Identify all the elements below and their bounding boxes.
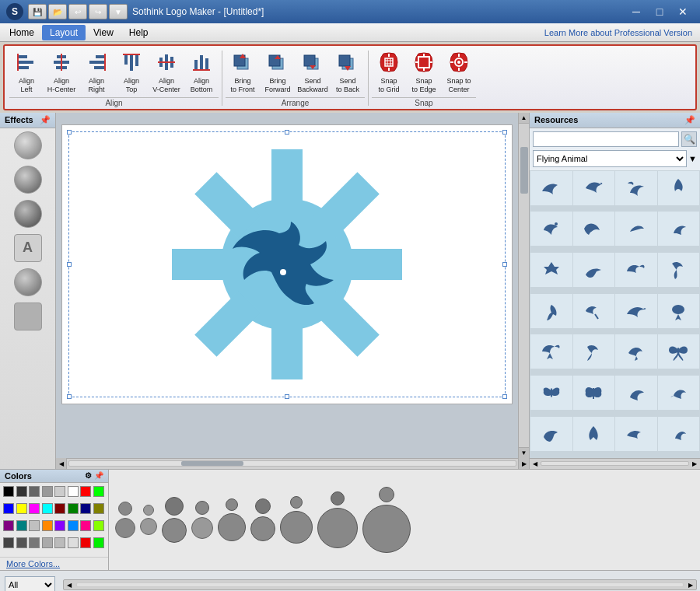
color-cell[interactable] (3, 486, 14, 497)
color-cell[interactable] (42, 537, 53, 548)
resource-item[interactable] (615, 334, 657, 369)
resource-item[interactable] (658, 334, 700, 369)
effect-item-3[interactable] (14, 200, 42, 228)
resource-item[interactable] (615, 294, 657, 328)
colors-pin-icon[interactable]: 📌 (94, 471, 103, 480)
swatch-small[interactable] (226, 498, 238, 511)
swatch-med[interactable] (165, 497, 184, 516)
color-cell[interactable] (42, 503, 53, 514)
color-cell[interactable] (80, 537, 91, 548)
color-cell[interactable] (93, 503, 104, 514)
resource-item[interactable] (615, 253, 657, 287)
colors-hscroll-right[interactable]: ▶ (685, 579, 696, 590)
resource-item[interactable] (615, 376, 657, 410)
align-hcenter-button[interactable]: AlignH-Center (44, 49, 79, 96)
minimize-button[interactable]: ─ (625, 3, 647, 20)
colors-hscroll-left[interactable]: ◀ (64, 579, 75, 590)
color-cell[interactable] (29, 537, 40, 548)
resource-item[interactable] (573, 417, 615, 451)
color-cell[interactable] (29, 503, 40, 514)
canvas-hscrollbar[interactable]: ◀ ▶ (56, 458, 529, 469)
canvas-vscrollbar[interactable]: ▲ ▼ (518, 113, 529, 458)
align-right-button[interactable]: AlignRight (79, 49, 114, 96)
canvas-shape-gear[interactable] (170, 148, 404, 381)
hscroll-right-arrow[interactable]: ▶ (518, 458, 529, 469)
align-left-button[interactable]: AlignLeft (9, 49, 44, 96)
color-cell[interactable] (54, 486, 65, 497)
close-button[interactable]: ✕ (672, 3, 694, 20)
color-cell[interactable] (16, 486, 27, 497)
menu-layout[interactable]: Layout (42, 25, 86, 40)
hscroll-thumb[interactable] (181, 461, 243, 466)
swatch-large[interactable] (115, 518, 135, 538)
color-cell[interactable] (68, 503, 79, 514)
swatch-large[interactable] (362, 505, 411, 553)
res-hscroll-right[interactable]: ▶ (689, 458, 700, 469)
resource-item[interactable] (658, 294, 700, 328)
color-cell[interactable] (54, 520, 65, 531)
color-cell[interactable] (3, 520, 14, 531)
color-cell[interactable] (16, 537, 27, 548)
menu-home[interactable]: Home (2, 25, 42, 40)
align-bottom-button[interactable]: AlignBottom (184, 49, 219, 96)
color-cell[interactable] (80, 520, 91, 531)
dropdown-btn[interactable]: ▼ (109, 4, 128, 19)
align-vcenter-button[interactable]: AlignV-Center (149, 49, 184, 96)
resource-item[interactable] (530, 212, 572, 246)
resource-item[interactable] (573, 376, 615, 410)
vscroll-up-arrow[interactable]: ▲ (519, 113, 530, 124)
color-cell[interactable] (68, 537, 79, 548)
resource-item[interactable] (573, 334, 615, 369)
resource-item[interactable] (530, 294, 572, 328)
more-colors-link[interactable]: More Colors... (0, 557, 108, 570)
swatch-large[interactable] (191, 517, 213, 539)
resource-item[interactable] (615, 171, 657, 205)
menu-view[interactable]: View (86, 25, 121, 40)
color-cell[interactable] (16, 503, 27, 514)
pro-version-link[interactable]: Learn More about Professional Version (544, 28, 698, 37)
resource-item[interactable] (530, 171, 572, 205)
vscroll-down-arrow[interactable]: ▼ (519, 447, 530, 458)
resource-item[interactable] (615, 212, 657, 246)
quick-open-btn[interactable]: 📂 (48, 4, 67, 19)
swatch-small[interactable] (118, 502, 132, 516)
resources-category-select[interactable]: Flying Animal Animal Nature Abstract (533, 150, 687, 167)
res-hscroll-left[interactable]: ◀ (530, 458, 541, 469)
color-cell[interactable] (54, 503, 65, 514)
search-icon-btn[interactable]: 🔍 (681, 131, 697, 147)
swatch-large[interactable] (218, 513, 246, 541)
color-cell[interactable] (42, 520, 53, 531)
resource-item[interactable] (530, 417, 572, 451)
swatch-large[interactable] (280, 511, 313, 544)
filter-all-select[interactable]: All Recent Custom (5, 576, 55, 591)
colors-pip-icon[interactable]: ⚙ (85, 471, 92, 480)
swatch-small[interactable] (143, 505, 154, 516)
effect-item-2[interactable] (14, 166, 42, 194)
swatch-small[interactable] (331, 491, 345, 505)
swatch-large[interactable] (317, 508, 358, 548)
snap-to-edge-button[interactable]: Snapto Edge (407, 49, 441, 96)
resource-item[interactable] (573, 171, 615, 205)
maximize-button[interactable]: □ (649, 3, 670, 20)
color-cell[interactable] (80, 503, 91, 514)
resource-item[interactable] (615, 417, 657, 451)
bring-to-front-button[interactable]: Bringto Front (226, 49, 260, 96)
color-cell[interactable] (68, 520, 79, 531)
snap-to-center-button[interactable]: Snap toCenter (442, 49, 476, 96)
quick-redo-btn[interactable]: ↪ (89, 4, 107, 19)
swatch-large[interactable] (162, 518, 187, 543)
send-to-back-button[interactable]: Sendto Back (331, 49, 365, 96)
swatch-large[interactable] (140, 518, 157, 535)
bring-forward-button[interactable]: BringForward (261, 49, 295, 96)
swatch-small[interactable] (379, 487, 394, 502)
send-backward-button[interactable]: SendBackward (296, 49, 330, 96)
effect-item-5[interactable] (14, 268, 42, 296)
menu-help[interactable]: Help (121, 25, 156, 40)
color-cell[interactable] (42, 486, 53, 497)
swatch-small[interactable] (195, 501, 209, 515)
resource-item[interactable] (658, 376, 700, 410)
canvas-area[interactable] (56, 113, 518, 458)
color-cell[interactable] (93, 520, 104, 531)
resource-item[interactable] (530, 253, 572, 287)
align-top-button[interactable]: AlignTop (114, 49, 149, 96)
